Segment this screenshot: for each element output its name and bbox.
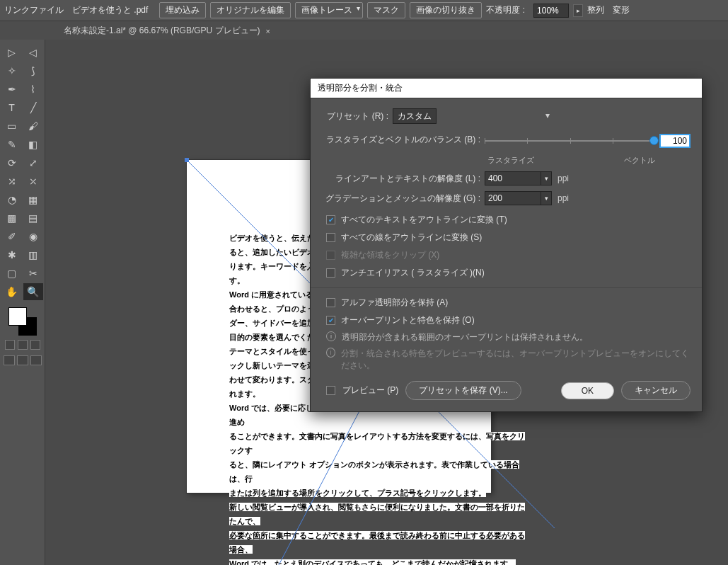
- lineart-res-label: ラインアートとテキストの解像度 (L) :: [322, 173, 485, 185]
- lineart-res-dropdown-icon[interactable]: ▾: [541, 171, 552, 186]
- blend-tool-icon[interactable]: ◉: [23, 228, 43, 245]
- eraser-tool-icon[interactable]: ◧: [23, 136, 43, 153]
- slice-tool-icon[interactable]: ✂: [23, 265, 43, 282]
- link-file-label: リンクファイル: [4, 4, 64, 16]
- clip-complex-label: 複雑な領域をクリップ (X): [341, 249, 439, 261]
- flatten-transparency-dialog: 透明部分を分割・統合 プリセット (R) : カスタム ラスタライズとベクトルの…: [310, 78, 703, 412]
- ppi-unit-1: ppi: [557, 173, 569, 183]
- preview-checkbox[interactable]: [326, 386, 335, 395]
- lineart-res-input[interactable]: [485, 171, 541, 186]
- shaper-tool-icon[interactable]: ✎: [2, 136, 22, 153]
- draw-normal-icon[interactable]: [4, 355, 15, 365]
- overprint-preserve-checkbox[interactable]: [326, 316, 335, 325]
- symbol-sprayer-tool-icon[interactable]: ✱: [2, 246, 22, 263]
- gradient-tool-icon[interactable]: ▤: [23, 210, 43, 227]
- info-icon: i: [326, 331, 336, 341]
- pen-tool-icon[interactable]: ✒: [2, 81, 22, 98]
- mesh-tool-icon[interactable]: ▩: [2, 210, 22, 227]
- selection-tool-icon[interactable]: ▷: [2, 44, 22, 61]
- graph-tool-icon[interactable]: ▥: [23, 246, 43, 263]
- stroke-outline-label: すべての線をアウトラインに変換 (S): [341, 232, 482, 244]
- image-trace-button[interactable]: 画像トレース: [295, 2, 363, 18]
- color-mode-icon[interactable]: [5, 340, 15, 350]
- info-text-1: 透明部分が含まれる範囲のオーバープリントは保持されません。: [342, 331, 588, 343]
- document-tab[interactable]: 名称未設定-1.ai* @ 66.67% (RGB/GPU プレビュー) ×: [57, 22, 277, 40]
- gradient-mode-icon[interactable]: [18, 340, 28, 350]
- rectangle-tool-icon[interactable]: ▭: [2, 118, 22, 135]
- cancel-button[interactable]: キャンセル: [621, 381, 691, 400]
- tools-panel: ▷ ◁ ✧ ⟆ ✒ ⌇ T ╱ ▭ 🖌 ✎ ◧ ⟳ ⤢ ⤮ ⤫ ◔ ▦ ▩ ▤ …: [0, 40, 45, 565]
- alpha-preserve-checkbox[interactable]: [326, 298, 335, 307]
- gradient-res-dropdown-icon[interactable]: ▾: [541, 191, 552, 205]
- info-icon: i: [326, 348, 335, 358]
- edit-original-button[interactable]: オリジナルを編集: [210, 2, 291, 18]
- eyedropper-tool-icon[interactable]: ✐: [2, 228, 22, 245]
- save-preset-button[interactable]: プリセットを保存 (V)...: [405, 381, 521, 400]
- balance-right-caption: ベクトル: [624, 155, 655, 166]
- direct-selection-tool-icon[interactable]: ◁: [23, 44, 43, 61]
- magic-wand-tool-icon[interactable]: ✧: [2, 62, 22, 79]
- alpha-preserve-label: アルファ透明部分を保持 (A): [341, 297, 448, 309]
- none-mode-icon[interactable]: [30, 340, 40, 350]
- width-tool-icon[interactable]: ⤮: [2, 173, 22, 190]
- opacity-input[interactable]: [533, 4, 569, 18]
- info-text-2: 分割・統合される特色をプレビューするには、オーバープリントプレビューをオンにして…: [341, 348, 691, 372]
- arrange-label[interactable]: 整列: [587, 4, 604, 16]
- document-tab-title: 名称未設定-1.ai* @ 66.67% (RGB/GPU プレビュー): [64, 25, 260, 37]
- hand-tool-icon[interactable]: ✋: [2, 283, 22, 300]
- balance-label: ラスタライズとベクトルのバランス (B) :: [322, 134, 485, 146]
- balance-slider-thumb[interactable]: [649, 136, 659, 145]
- line-tool-icon[interactable]: ╱: [23, 99, 43, 116]
- antialias-label: アンチエイリアス ( ラスタライズ )(N): [341, 267, 485, 279]
- draw-behind-icon[interactable]: [17, 355, 28, 365]
- artboard-tool-icon[interactable]: ▢: [2, 265, 22, 282]
- opacity-label: 不透明度 :: [486, 4, 525, 16]
- rotate-tool-icon[interactable]: ⟳: [2, 154, 22, 171]
- type-tool-icon[interactable]: T: [2, 99, 22, 116]
- close-tab-icon[interactable]: ×: [266, 27, 270, 35]
- preset-label: プリセット (R) :: [322, 110, 393, 122]
- draw-inside-icon[interactable]: [30, 355, 42, 365]
- opacity-stepper[interactable]: ▸: [573, 4, 583, 17]
- crop-image-button[interactable]: 画像の切り抜き: [410, 2, 482, 18]
- overprint-preserve-label: オーバープリントと特色を保持 (O): [341, 314, 475, 326]
- preview-label: プレビュー (P): [342, 384, 398, 396]
- gradient-res-label: グラデーションとメッシュの解像度 (G) :: [322, 193, 485, 205]
- shape-builder-tool-icon[interactable]: ◔: [2, 191, 22, 208]
- zoom-tool-icon[interactable]: 🔍: [23, 283, 43, 300]
- ppi-unit-2: ppi: [557, 193, 569, 203]
- embed-button[interactable]: 埋め込み: [159, 2, 206, 18]
- stroke-outline-checkbox[interactable]: [326, 233, 335, 242]
- clip-complex-checkbox: [326, 251, 335, 260]
- balance-slider[interactable]: [485, 140, 655, 142]
- mask-button[interactable]: マスク: [367, 2, 405, 18]
- fill-swatch[interactable]: [8, 307, 27, 326]
- text-outline-checkbox[interactable]: [326, 215, 335, 224]
- balance-value-input[interactable]: [659, 134, 691, 148]
- antialias-checkbox[interactable]: [326, 268, 335, 278]
- free-transform-tool-icon[interactable]: ⤫: [23, 173, 43, 190]
- text-outline-label: すべてのテキストをアウトラインに変換 (T): [341, 214, 507, 226]
- preset-select[interactable]: カスタム: [393, 108, 437, 124]
- curvature-tool-icon[interactable]: ⌇: [23, 81, 43, 98]
- transform-label[interactable]: 変形: [613, 4, 630, 16]
- lasso-tool-icon[interactable]: ⟆: [23, 62, 43, 79]
- paintbrush-tool-icon[interactable]: 🖌: [23, 118, 43, 135]
- scale-tool-icon[interactable]: ⤢: [23, 154, 43, 171]
- gradient-res-input[interactable]: [485, 191, 541, 205]
- document-tab-bar: 名称未設定-1.ai* @ 66.67% (RGB/GPU プレビュー) ×: [0, 21, 728, 40]
- fill-stroke-control[interactable]: [8, 307, 37, 336]
- control-bar: リンクファイル ビデオを使うと .pdf 埋め込み オリジナルを編集 画像トレー…: [0, 0, 728, 21]
- balance-left-caption: ラスタライズ: [487, 155, 534, 166]
- ok-button[interactable]: OK: [561, 382, 614, 399]
- dialog-title: 透明部分を分割・統合: [311, 79, 702, 98]
- perspective-tool-icon[interactable]: ▦: [23, 191, 43, 208]
- linked-filename: ビデオを使うと .pdf: [72, 4, 148, 16]
